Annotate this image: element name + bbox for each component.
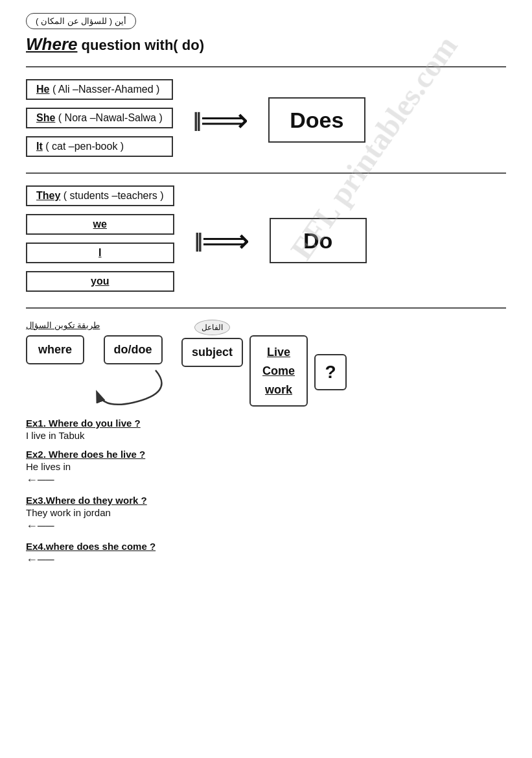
double-bar-does: ‖ (192, 110, 199, 131)
pronoun-he-examples: ( Ali –Nasser-Ahamed ) (52, 84, 159, 95)
example-1: Ex1. Where do you live ? I live in Tabuk (26, 418, 506, 441)
section-do: They ( students –teachers ) we I you ‖ ⟹… (26, 185, 506, 296)
pronoun-you: you (26, 271, 174, 292)
ex2-question: Ex2. Where does he live ? (26, 449, 506, 460)
pronoun-i-label: I (98, 247, 101, 258)
pronoun-they-label: They (36, 190, 60, 201)
pronoun-you-label: you (91, 276, 109, 287)
question-section: طريقة تكوين السؤال where do/doe (26, 320, 506, 409)
do-pronouns: They ( students –teachers ) we I you (26, 185, 174, 296)
q-box-where: where (26, 335, 84, 364)
ex1-answer: I live in Tabuk (26, 430, 506, 441)
ex1-question: Ex1. Where do you live ? (26, 418, 506, 429)
title-rest: question with( do) (82, 37, 204, 53)
pronoun-i: I (26, 243, 174, 263)
ex3-question: Ex3.Where do they work ? (26, 495, 506, 506)
pronoun-he-label: He (36, 84, 49, 95)
question-mark-box: ? (314, 354, 347, 390)
ex2-arrow: ←── (26, 473, 506, 487)
do-box: Do (270, 218, 367, 263)
divider-1 (26, 66, 506, 67)
pronoun-we-label: we (93, 219, 107, 230)
q-box-dodoe: do/doe (104, 335, 163, 364)
verb-work: work (265, 381, 292, 399)
pronoun-they: They ( students –teachers ) (26, 185, 174, 206)
verb-live: Live (267, 343, 290, 362)
cloud-label: الفاعل (194, 320, 230, 335)
examples-section: Ex1. Where do you live ? I live in Tabuk… (26, 418, 506, 567)
arabic-tag: أين ( للسؤال عن المكان ) (26, 13, 136, 29)
curved-arrow (91, 367, 175, 409)
example-4: Ex4.where does she come ? ←── (26, 541, 506, 567)
arabic-method-label: طريقة تكوين السؤال (26, 320, 506, 330)
arrow-right-does: ⟹ (200, 103, 249, 137)
main-title: Where question with( do) (26, 34, 506, 54)
ex2-answer: He lives in (26, 461, 506, 472)
title-where: Where (26, 34, 77, 54)
page-container: أين ( للسؤال عن المكان ) Where question … (26, 13, 506, 567)
ex3-arrow: ←── (26, 519, 506, 533)
pronoun-it-label: It (36, 141, 43, 152)
do-arrow-group: ‖ ⟹ (194, 224, 250, 257)
example-2: Ex2. Where does he live ? He lives in ←─… (26, 449, 506, 487)
example-3: Ex3.Where do they work ? They work in jo… (26, 495, 506, 533)
ex4-question: Ex4.where does she come ? (26, 541, 506, 552)
pronoun-we: we (26, 214, 174, 235)
ex3-answer: They work in jordan (26, 507, 506, 518)
question-formation-row: where do/doe الفاعل (26, 335, 506, 409)
verb-box: Live Come work (249, 335, 308, 407)
q-box-subject: subject (181, 338, 243, 367)
ex4-arrow: ←── (26, 553, 506, 567)
does-arrow-group: ‖ ⟹ (192, 103, 249, 137)
pronoun-she: She ( Nora –Nawal-Salwa ) (26, 108, 173, 128)
does-pronouns: He ( Ali –Nasser-Ahamed ) She ( Nora –Na… (26, 79, 173, 161)
section-does: He ( Ali –Nasser-Ahamed ) She ( Nora –Na… (26, 79, 506, 161)
divider-2 (26, 172, 506, 174)
verb-come: Come (262, 362, 295, 381)
does-box: Does (268, 97, 365, 143)
divider-3 (26, 307, 506, 309)
subject-col: الفاعل subject (181, 320, 243, 367)
pronoun-she-examples: ( Nora –Nawal-Salwa ) (58, 112, 163, 123)
pronoun-it-examples: ( cat –pen-book ) (45, 141, 124, 152)
pronoun-they-examples: ( students –teachers ) (64, 190, 164, 201)
pronoun-it: It ( cat –pen-book ) (26, 136, 173, 157)
pronoun-he: He ( Ali –Nasser-Ahamed ) (26, 79, 173, 100)
do-doe-col: do/doe (91, 335, 175, 409)
pronoun-she-label: She (36, 112, 55, 123)
arrow-right-do: ⟹ (202, 224, 250, 257)
double-bar-do: ‖ (194, 230, 200, 252)
